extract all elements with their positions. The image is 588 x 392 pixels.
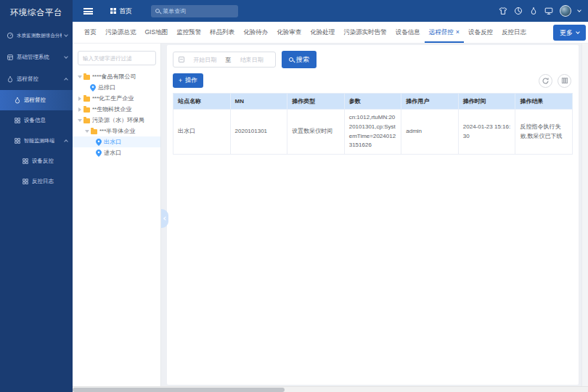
column-header-site[interactable]: 站点名称 [173, 94, 231, 110]
refresh-button[interactable] [539, 74, 552, 88]
caret-collapsed-icon[interactable] [78, 107, 81, 112]
breadcrumb-home-label: 首页 [119, 7, 132, 16]
sidebar-item-reverse-log[interactable]: 反控日志 [0, 171, 73, 192]
menu-search-input[interactable] [163, 8, 242, 15]
column-header-mn[interactable]: MN [230, 94, 287, 110]
sidebar-item-smart-terminal[interactable]: 智能监测终端 [0, 131, 73, 151]
tab-lab-review[interactable]: 化验审查 [272, 22, 306, 43]
grid-icon [14, 117, 21, 124]
tab-gis-map[interactable]: GIS地图 [141, 22, 173, 43]
screen-icon[interactable] [544, 7, 553, 15]
map-pin-icon [90, 84, 96, 91]
search-icon [155, 9, 160, 13]
chevron-left-icon [163, 216, 168, 221]
tab-lab-todo[interactable]: 化验待办 [239, 22, 272, 43]
tab-lab-process[interactable]: 化验处理 [306, 22, 339, 43]
sidebar-item-remote-control[interactable]: 远程督控 [0, 90, 73, 110]
sidebar-item-label: 水质监测数据综合分析 [17, 33, 62, 39]
tab-remote-control[interactable]: 远程督控 × [425, 22, 464, 43]
tree-node-company-chemical[interactable]: ***化工生产企业 [73, 93, 160, 104]
tab-home[interactable]: 首页 [80, 22, 101, 43]
grid-icon [22, 158, 29, 165]
tab-device-info[interactable]: 设备信息 [391, 22, 425, 43]
sidebar: 环境综合平台 水质监测数据综合分析 基础管理系统 远程督控 远程督控 设备信息 [0, 0, 73, 392]
tree-node-outlet-in[interactable]: 进水口 [73, 147, 160, 158]
column-header-params[interactable]: 参数 [344, 94, 401, 110]
breadcrumb-home[interactable]: 首页 [110, 7, 132, 16]
column-header-time[interactable]: 操作时间 [458, 94, 515, 110]
pie-icon[interactable] [514, 7, 523, 15]
tab-bar: 首页 污染源总览 GIS地图 监控预警 样品列表 化验待办 化验审查 化验处理 … [73, 22, 588, 44]
cell-site: 出水口 [173, 110, 231, 155]
sidebar-item-device-reverse-control[interactable]: 设备反控 [0, 151, 73, 171]
caret-collapsed-icon[interactable] [78, 97, 81, 101]
cell-params: cn:1012,rtuMN:2020101301,cp:SystemTime=2… [344, 110, 401, 155]
close-icon[interactable]: × [456, 29, 460, 36]
map-pin-icon [96, 150, 102, 157]
table-row[interactable]: 出水口 2020101301 设置数采仪时间 cn:1012,rtuMN:202… [173, 110, 573, 155]
scrollbar-thumb[interactable] [73, 388, 285, 392]
tab-monitor-warning[interactable]: 监控预警 [172, 22, 205, 43]
chevron-down-icon[interactable] [577, 8, 581, 12]
vertical-scrollbar[interactable] [581, 44, 588, 386]
avatar[interactable] [560, 5, 571, 17]
end-date-placeholder[interactable]: 结束日期 [234, 56, 271, 64]
caret-expanded-icon[interactable] [78, 119, 82, 122]
tree-node-outlet-out[interactable]: 出水口 [73, 136, 160, 147]
chevron-down-icon [64, 54, 68, 59]
folder-icon [83, 107, 90, 113]
column-header-user[interactable]: 操作用户 [401, 94, 459, 110]
tree-filter-input[interactable] [78, 51, 156, 65]
table-tools [539, 74, 571, 88]
chevron-up-icon [64, 139, 68, 144]
cell-time: 2024-01-23 15:16:30 [458, 110, 515, 155]
date-range-picker[interactable]: 开始日期 至 结束日期 [173, 52, 276, 68]
tree-node-company-bio[interactable]: **生物科技企业 [73, 104, 160, 115]
search-button[interactable]: 搜索 [282, 51, 317, 68]
search-icon [289, 57, 293, 62]
sidebar-item-device-info[interactable]: 设备信息 [0, 110, 73, 131]
folder-icon [83, 97, 90, 102]
hamburger-menu-icon[interactable] [83, 8, 93, 15]
sidebar-item-label: 智能监测终端 [24, 137, 62, 144]
flame-icon[interactable] [529, 7, 538, 15]
sidebar-item-remote-control-group[interactable]: 远程督控 [0, 68, 73, 90]
tree-node-outlet-main[interactable]: 总排口 [73, 82, 160, 93]
site-tree-panel: ****食品有限公司 总排口 ***化工生产企业 **生物科技企业 污染源（水）… [73, 44, 161, 386]
cell-mn: 2020101301 [230, 110, 287, 155]
horizontal-scrollbar[interactable] [73, 386, 588, 392]
calendar-icon [179, 57, 184, 62]
tree-node-company-food[interactable]: ****食品有限公司 [73, 71, 160, 82]
tree-node-bureau-water[interactable]: 污染源（水）环保局 [73, 115, 160, 126]
tab-realtime-alarm[interactable]: 污染源实时告警 [339, 22, 391, 43]
cube-icon [7, 54, 14, 61]
operate-button[interactable]: + 操作 [173, 73, 203, 88]
folder-icon [83, 118, 90, 123]
menu-search-box[interactable] [151, 5, 238, 17]
more-tabs-button[interactable]: 更多 [553, 25, 586, 41]
remote-control-log-card: 开始日期 至 结束日期 搜索 + 操作 站点名称 MN 操作类型 [167, 45, 579, 385]
droplet-icon [14, 97, 21, 104]
tab-device-reverse-control[interactable]: 设备反控 [464, 22, 497, 43]
sidebar-item-label: 设备信息 [24, 117, 68, 124]
tab-pollution-overview[interactable]: 污染源总览 [101, 22, 141, 43]
sidebar-item-label: 反控日志 [32, 178, 68, 185]
shirt-icon[interactable] [499, 7, 507, 15]
column-header-result[interactable]: 操作结果 [515, 94, 573, 110]
sidebar-item-water-analysis[interactable]: 水质监测数据综合分析 [0, 25, 73, 46]
app-title: 环境综合平台 [0, 0, 73, 25]
start-date-placeholder[interactable]: 开始日期 [187, 56, 224, 64]
sidebar-item-label: 远程督控 [17, 75, 62, 83]
tab-reverse-log[interactable]: 反控日志 [497, 22, 531, 43]
tab-sample-list[interactable]: 样品列表 [205, 22, 239, 43]
tree-node-company-semiconductor[interactable]: ***半导体企业 [73, 126, 160, 136]
sidebar-item-base-system[interactable]: 基础管理系统 [0, 46, 73, 68]
map-pin-icon [96, 139, 102, 146]
sidebar-item-label: 远程督控 [24, 97, 68, 104]
apps-icon [110, 8, 116, 14]
caret-expanded-icon[interactable] [85, 130, 89, 133]
cell-result: 反控指令执行失败,数采仪已下线 [515, 110, 573, 155]
column-header-op-type[interactable]: 操作类型 [287, 94, 345, 110]
caret-expanded-icon[interactable] [78, 75, 82, 78]
columns-button[interactable] [558, 74, 571, 88]
